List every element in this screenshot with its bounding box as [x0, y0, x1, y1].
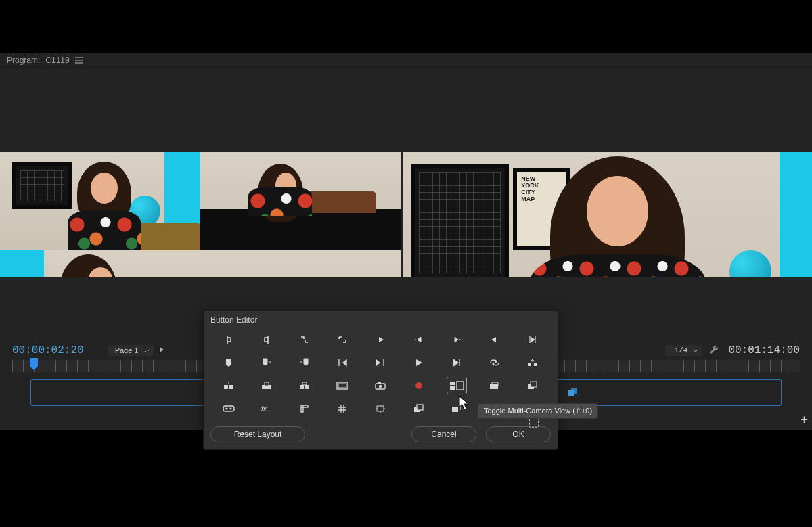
svg-rect-18	[229, 385, 233, 389]
guides-icon[interactable]	[371, 400, 390, 417]
svg-point-37	[225, 407, 227, 409]
grid-icon[interactable]	[333, 400, 352, 417]
svg-rect-35	[531, 382, 537, 387]
page-label: Page 1	[115, 346, 139, 354]
comp-attach-icon[interactable]	[447, 400, 466, 417]
svg-point-27	[379, 385, 382, 388]
letterbox-top	[0, 0, 812, 53]
panel-menu-icon[interactable]	[75, 57, 83, 64]
playhead-indicator[interactable]	[30, 358, 38, 366]
proxy-toggle-icon[interactable]	[485, 377, 504, 394]
next-marker-icon[interactable]	[257, 354, 276, 371]
mark-selection-icon[interactable]	[333, 331, 352, 348]
button-editor-title: Button Editor	[210, 315, 551, 325]
tooltip: Toggle Multi-Camera View (⇧+0)	[478, 403, 598, 419]
mark-in-icon[interactable]	[219, 331, 238, 348]
step-forward-icon[interactable]	[371, 354, 390, 371]
button-editor-popover: Button Editor fx	[203, 311, 558, 450]
svg-text:fx: fx	[261, 405, 267, 413]
page-selector[interactable]: Page 1	[108, 345, 154, 356]
multicam-view-icon[interactable]	[447, 377, 466, 394]
sequence-name: C1119	[45, 55, 69, 65]
program-panel-header: Program: C1119	[0, 53, 812, 68]
add-button-icon[interactable]: +	[800, 413, 808, 427]
comp-preview-icon[interactable]	[566, 386, 580, 399]
svg-rect-17	[224, 385, 228, 389]
svg-rect-31	[450, 386, 455, 390]
program-monitor: NEWYORKCITYMAP	[0, 68, 812, 277]
export-frame-icon[interactable]	[371, 377, 390, 394]
multicam-grid	[0, 152, 403, 277]
multicam-tile-1[interactable]	[0, 152, 200, 250]
multicam-tile-2[interactable]	[200, 152, 401, 250]
play-around-icon[interactable]	[447, 354, 466, 371]
comp-layers-icon[interactable]	[409, 400, 428, 417]
lift-icon[interactable]	[523, 354, 542, 371]
reset-layout-button[interactable]: Reset Layout	[210, 426, 305, 442]
svg-rect-28	[378, 382, 381, 384]
overwrite-icon[interactable]	[257, 377, 276, 394]
replace-icon[interactable]	[295, 377, 314, 394]
svg-point-38	[229, 407, 231, 409]
svg-point-29	[415, 382, 422, 389]
comp-preview-icon[interactable]	[523, 377, 542, 394]
record-icon[interactable]	[409, 377, 428, 394]
program-label: Program:	[7, 55, 40, 65]
svg-rect-33	[490, 384, 498, 389]
ok-button[interactable]: OK	[486, 426, 551, 442]
go-to-in-icon[interactable]	[371, 331, 390, 348]
step-forward-5-icon[interactable]	[447, 331, 466, 348]
play-icon[interactable]	[409, 354, 428, 371]
loop-icon[interactable]	[485, 354, 504, 371]
svg-rect-30	[450, 382, 455, 385]
svg-rect-23	[302, 382, 307, 385]
svg-rect-22	[305, 385, 309, 389]
svg-rect-11	[571, 388, 577, 394]
ruler-icon[interactable]	[295, 400, 314, 417]
cancel-button[interactable]: Cancel	[411, 426, 476, 442]
svg-rect-21	[300, 385, 304, 389]
chevron-down-icon	[693, 348, 698, 356]
svg-rect-25	[338, 384, 346, 388]
prev-marker-icon[interactable]	[295, 354, 314, 371]
svg-rect-40	[377, 406, 384, 411]
svg-rect-15	[528, 363, 531, 366]
fx-mute-icon[interactable]: fx	[257, 400, 276, 417]
chevron-down-icon	[144, 348, 150, 356]
playback-resolution[interactable]: 1/4	[665, 345, 703, 356]
svg-rect-42	[417, 405, 423, 410]
page-next-icon[interactable]	[159, 344, 165, 357]
insert-icon[interactable]	[219, 377, 238, 394]
mark-clip-icon[interactable]	[295, 331, 314, 348]
safe-margins-icon[interactable]	[333, 377, 352, 394]
settings-wrench-icon[interactable]	[709, 344, 719, 357]
step-back-icon[interactable]	[333, 354, 352, 371]
svg-rect-36	[223, 406, 234, 411]
go-to-out-icon[interactable]	[485, 331, 504, 348]
play-in-out-icon[interactable]	[523, 331, 542, 348]
svg-rect-43	[452, 407, 458, 412]
svg-rect-20	[265, 382, 269, 386]
letterbox-bottom	[0, 508, 812, 527]
svg-rect-32	[457, 382, 464, 390]
timecode-duration: 00:01:14:00	[728, 344, 800, 357]
mark-out-icon[interactable]	[257, 331, 276, 348]
vr-video-icon[interactable]	[219, 400, 238, 417]
resolution-label: 1/4	[675, 346, 688, 354]
add-marker-icon[interactable]	[219, 354, 238, 371]
timecode-current[interactable]: 00:00:02:20	[12, 344, 84, 357]
step-back-5-icon[interactable]	[409, 331, 428, 348]
svg-rect-16	[534, 363, 537, 366]
